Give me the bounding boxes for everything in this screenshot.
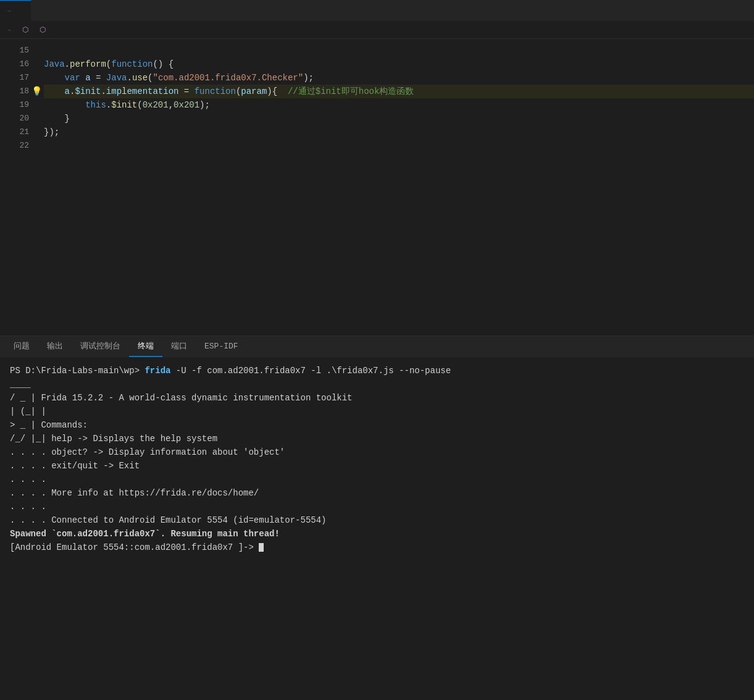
bulb-icon: 💡: [34, 85, 42, 98]
code-line: });: [44, 125, 754, 139]
line-number: 18: [0, 85, 29, 98]
editor-area[interactable]: 1516171819202122 Java.perform(function()…: [0, 39, 754, 335]
terminal-ascii-line: /_/ |_| help -> Displays the help system: [10, 432, 744, 445]
terminal-final-prompt: [Android Emulator 5554::com.ad2001.frida…: [10, 541, 744, 554]
terminal-prompt-line: PS D:\Frida-Labs-main\wp> frida -U -f co…: [10, 364, 744, 377]
terminal-command-args: -U -f com.ad2001.frida0x7 -l .\frida0x7.…: [170, 366, 451, 376]
tab-bar: [0, 0, 754, 22]
code-span: var a = Java.use("com.ad2001.frida0x7.Ch…: [44, 71, 314, 85]
panel-tab-端口[interactable]: 端口: [162, 336, 196, 357]
line-numbers: 1516171819202122: [0, 39, 34, 335]
code-content[interactable]: Java.perform(function() { var a = Java.u…: [34, 39, 754, 335]
tab-close-button[interactable]: [19, 10, 23, 12]
panel-tabs: 问题输出调试控制台终端端口ESP-IDF: [0, 336, 754, 358]
breadcrumb-icon2: ⬡: [40, 25, 46, 35]
code-container: 1516171819202122 Java.perform(function()…: [0, 39, 754, 335]
breadcrumb-js-icon: [7, 30, 11, 31]
terminal-ascii-line: ____: [10, 377, 744, 391]
terminal-prompt: PS D:\Frida-Labs-main\wp>: [10, 366, 145, 376]
terminal-cursor: [259, 543, 264, 552]
bottom-panel: 问题输出调试控制台终端端口ESP-IDF PS D:\Frida-Labs-ma…: [0, 335, 754, 700]
js-icon: [7, 11, 11, 12]
tab-frida0x7[interactable]: [0, 0, 31, 21]
code-line: var a = Java.use("com.ad2001.frida0x7.Ch…: [44, 71, 754, 85]
panel-tab-ESP-IDF[interactable]: ESP-IDF: [196, 336, 247, 357]
terminal-ascii-line: . . . .: [10, 500, 744, 513]
code-line: 💡 a.$init.implementation = function(para…: [44, 85, 754, 98]
line-number: 21: [0, 125, 29, 139]
code-line: }: [44, 112, 754, 125]
terminal-spawned-line: Spawned `com.ad2001.frida0x7`. Resuming …: [10, 527, 744, 541]
code-line: [44, 44, 754, 57]
code-span: a.$init.implementation = function(param)…: [44, 85, 414, 98]
code-line: this.$init(0x201,0x201);: [44, 98, 754, 112]
code-span: Java.perform(function() {: [44, 57, 174, 71]
line-number: 19: [0, 98, 29, 112]
panel-tab-调试控制台[interactable]: 调试控制台: [72, 336, 129, 357]
terminal-ascii-line: . . . .: [10, 473, 744, 486]
code-span: });: [44, 125, 59, 139]
terminal-ascii-line: . . . . exit/quit -> Exit: [10, 459, 744, 473]
code-line: [44, 139, 754, 153]
panel-tab-终端[interactable]: 终端: [129, 336, 162, 357]
terminal-ascii-line: . . . . More info at https://frida.re/do…: [10, 486, 744, 500]
line-number: 22: [0, 139, 29, 153]
code-span: this.$init(0x201,0x201);: [44, 98, 210, 112]
panel-tab-输出[interactable]: 输出: [38, 336, 72, 357]
breadcrumb: ⬡ ⬡: [0, 22, 754, 39]
terminal-ascii-line: / _ | Frida 15.2.2 - A world-class dynam…: [10, 391, 744, 405]
line-number: 16: [0, 57, 29, 71]
line-number: 20: [0, 112, 29, 125]
code-line: Java.perform(function() {: [44, 57, 754, 71]
terminal-ascii-line: . . . . Connected to Android Emulator 55…: [10, 513, 744, 527]
terminal-area[interactable]: PS D:\Frida-Labs-main\wp> frida -U -f co…: [0, 358, 754, 700]
terminal-ascii-line: > _ | Commands:: [10, 418, 744, 432]
panel-tab-问题[interactable]: 问题: [5, 336, 38, 357]
terminal-ascii-line: | (_| |: [10, 405, 744, 418]
code-span: }: [44, 112, 70, 125]
breadcrumb-icon1: ⬡: [22, 25, 28, 35]
line-number: 17: [0, 71, 29, 85]
terminal-command-frida: frida: [145, 366, 170, 376]
terminal-ascii-line: . . . . object? -> Display information a…: [10, 445, 744, 459]
line-number: 15: [0, 44, 29, 57]
